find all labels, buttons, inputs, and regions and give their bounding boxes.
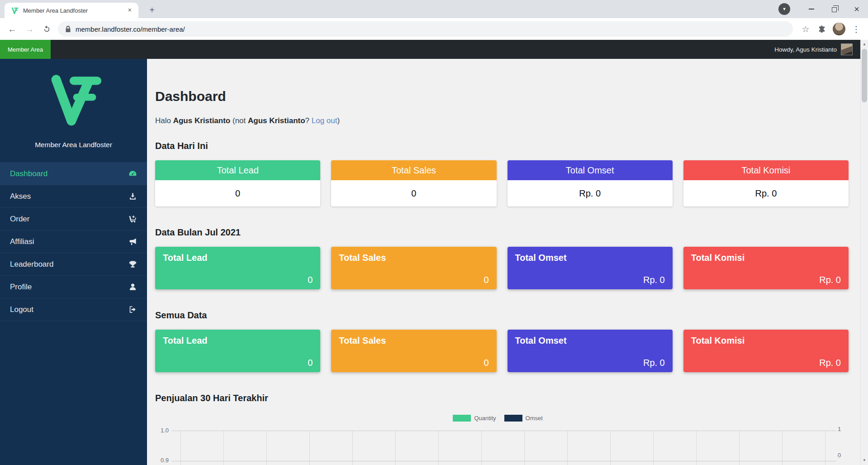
sidebar-item-akses[interactable]: Akses bbox=[0, 185, 147, 208]
scrollbar-thumb[interactable] bbox=[862, 49, 867, 102]
new-tab-button[interactable]: + bbox=[146, 4, 158, 17]
sidebar-item-profile[interactable]: Profile bbox=[0, 276, 147, 298]
reload-button[interactable] bbox=[38, 20, 55, 38]
window-controls: ▼ × bbox=[778, 0, 868, 18]
sidebar-title: Member Area Landfoster bbox=[0, 141, 147, 149]
window-close-button[interactable]: × bbox=[845, 0, 868, 18]
browser-update-icon[interactable]: ▼ bbox=[778, 3, 790, 15]
admin-bar: Member Area Howdy, Agus Kristianto bbox=[0, 40, 868, 59]
card-total-sales: Total Sales 0 bbox=[331, 330, 496, 372]
page-scrollbar[interactable]: ▲ ▼ bbox=[860, 40, 868, 465]
section-heading-today: Data Hari Ini bbox=[155, 141, 849, 151]
section-heading-all: Semua Data bbox=[155, 310, 849, 321]
tab-title: Member Area Landfoster bbox=[23, 7, 126, 14]
sidebar-item-leaderboard[interactable]: Leaderboard bbox=[0, 253, 147, 276]
card-value: 0 bbox=[308, 275, 313, 285]
card-total-omset: Total Omset Rp. 0 bbox=[508, 160, 673, 206]
tab-close-icon[interactable]: × bbox=[126, 6, 134, 14]
card-title: Total Sales bbox=[339, 336, 489, 346]
card-value: 0 bbox=[331, 180, 496, 206]
download-icon bbox=[128, 192, 137, 201]
trophy-icon bbox=[128, 260, 137, 268]
cart-plus-icon bbox=[128, 215, 137, 223]
card-total-komisi: Total Komisi Rp. 0 bbox=[683, 160, 849, 206]
browser-tab-strip: Member Area Landfoster × + ▼ × bbox=[0, 0, 868, 18]
member-area-badge[interactable]: Member Area bbox=[0, 40, 51, 59]
address-bar[interactable]: member.landfoster.co/member-area/ bbox=[58, 21, 793, 37]
card-value: 0 bbox=[484, 358, 489, 368]
sidebar-menu: Dashboard Akses Order Affiliasi bbox=[0, 162, 147, 321]
sign-out-icon bbox=[128, 305, 137, 314]
card-total-lead: Total Lead 0 bbox=[155, 247, 320, 289]
user-name-2: Agus Kristianto bbox=[248, 116, 305, 125]
url-text: member.landfoster.co/member-area/ bbox=[76, 25, 185, 33]
card-title: Total Komisi bbox=[691, 253, 841, 263]
card-header: Total Lead bbox=[155, 160, 320, 180]
account-menu[interactable]: Howdy, Agus Kristianto bbox=[774, 43, 868, 55]
chart-legend: Quantity Omset bbox=[155, 415, 849, 422]
y-axis-right-tick: 0 bbox=[838, 452, 849, 459]
card-total-komisi: Total Komisi Rp. 0 bbox=[683, 330, 849, 372]
card-value: Rp. 0 bbox=[683, 180, 849, 206]
legend-item-omset[interactable]: Omset bbox=[504, 415, 551, 422]
card-title: Total Komisi bbox=[691, 336, 841, 346]
card-total-lead: Total Lead 0 bbox=[155, 160, 320, 206]
card-title: Total Lead bbox=[163, 253, 313, 263]
legend-item-quantity[interactable]: Quantity bbox=[453, 415, 504, 422]
forward-button[interactable]: → bbox=[21, 20, 38, 38]
month-cards-row: Total Lead 0 Total Sales 0 Total Omset R… bbox=[155, 247, 849, 289]
sidebar-item-order[interactable]: Order bbox=[0, 208, 147, 230]
page-title: Dashboard bbox=[155, 89, 849, 104]
browser-menu-kebab-icon[interactable]: ⋮ bbox=[848, 21, 864, 37]
gauge-icon bbox=[128, 169, 137, 178]
y-axis-left-tick: 0.9 bbox=[155, 457, 169, 464]
card-total-sales: Total Sales 0 bbox=[331, 160, 496, 206]
minimize-icon bbox=[809, 9, 814, 10]
sidebar-item-logout[interactable]: Logout bbox=[0, 298, 147, 321]
minimize-button[interactable] bbox=[800, 0, 823, 18]
greeting-text: Howdy, Agus Kristianto bbox=[774, 46, 837, 53]
card-title: Total Sales bbox=[339, 253, 489, 263]
card-total-omset: Total Omset Rp. 0 bbox=[508, 247, 673, 289]
card-value: 0 bbox=[308, 358, 313, 368]
card-total-sales: Total Sales 0 bbox=[331, 247, 496, 289]
legend-swatch-omset bbox=[504, 415, 522, 422]
bullhorn-icon bbox=[128, 237, 137, 246]
sidebar: Member Area Landfoster Dashboard Akses O… bbox=[0, 59, 147, 465]
logout-link[interactable]: Log out bbox=[312, 116, 337, 125]
browser-tab[interactable]: Member Area Landfoster × bbox=[5, 3, 138, 18]
today-cards-row: Total Lead 0 Total Sales 0 Total Omset R… bbox=[155, 160, 849, 206]
user-name: Agus Kristianto bbox=[173, 116, 231, 125]
card-value: Rp. 0 bbox=[643, 358, 665, 368]
card-value: 0 bbox=[484, 275, 489, 285]
card-total-lead: Total Lead 0 bbox=[155, 330, 320, 372]
browser-profile-avatar[interactable] bbox=[833, 23, 845, 35]
card-total-komisi: Total Komisi Rp. 0 bbox=[683, 247, 849, 289]
card-header: Total Komisi bbox=[683, 160, 849, 180]
browser-toolbar: ← → member.landfoster.co/member-area/ ☆ … bbox=[0, 18, 868, 40]
card-title: Total Lead bbox=[163, 336, 313, 346]
card-header: Total Sales bbox=[331, 160, 496, 180]
card-value: 0 bbox=[155, 180, 320, 206]
card-header: Total Omset bbox=[508, 160, 673, 180]
chart-heading: Penjualan 30 Hari Terakhir bbox=[155, 393, 849, 403]
user-icon bbox=[128, 283, 137, 291]
chart-plot-area bbox=[172, 431, 836, 465]
scrollbar-down-icon[interactable]: ▼ bbox=[861, 457, 868, 464]
all-cards-row: Total Lead 0 Total Sales 0 Total Omset R… bbox=[155, 330, 849, 372]
bookmark-star-icon[interactable]: ☆ bbox=[797, 21, 814, 37]
gridline bbox=[172, 461, 836, 461]
card-value: Rp. 0 bbox=[819, 358, 841, 368]
sidebar-item-dashboard[interactable]: Dashboard bbox=[0, 163, 147, 185]
card-total-omset: Total Omset Rp. 0 bbox=[508, 330, 673, 372]
back-button[interactable]: ← bbox=[4, 20, 21, 38]
landfoster-vf-logo bbox=[44, 70, 103, 129]
sidebar-item-affiliasi[interactable]: Affiliasi bbox=[0, 230, 147, 253]
scrollbar-up-icon[interactable]: ▲ bbox=[861, 41, 868, 48]
maximize-button[interactable] bbox=[823, 0, 845, 18]
card-value: Rp. 0 bbox=[643, 275, 665, 285]
extensions-puzzle-icon[interactable] bbox=[814, 21, 830, 37]
card-value: Rp. 0 bbox=[508, 180, 673, 206]
chart-plot-wrapper: 1.0 0.9 1 0 bbox=[155, 427, 849, 465]
card-value: Rp. 0 bbox=[819, 275, 841, 285]
